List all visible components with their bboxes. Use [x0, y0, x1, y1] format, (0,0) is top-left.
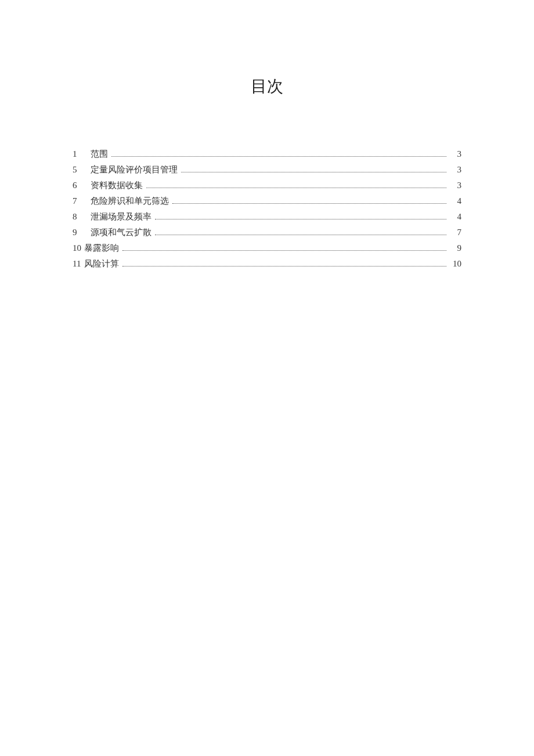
toc-leader-dots: [155, 234, 446, 235]
toc-entry: 8 泄漏场景及频率4: [73, 210, 461, 224]
toc-entry: 10 暴露影响9: [73, 241, 461, 255]
toc-entry-number: 6: [73, 178, 82, 192]
toc-entry-number: 1: [73, 147, 82, 161]
toc-entry-gap: [82, 194, 91, 208]
toc-leader-dots: [181, 171, 446, 172]
toc-entry: 1 范围3: [73, 147, 461, 161]
toc-entry-title: 泄漏场景及频率: [91, 210, 151, 224]
toc-entry-title: 定量风险评价项目管理: [91, 163, 178, 177]
toc-entry-number: 5: [73, 163, 82, 177]
toc-entry-page: 9: [450, 241, 461, 255]
toc-entry-gap: [82, 225, 91, 239]
toc-entry-page: 7: [450, 225, 461, 239]
toc-entry-gap: [82, 210, 91, 224]
toc-entry-title: 资料数据收集: [91, 178, 143, 192]
toc-entry-title: 源项和气云扩散: [91, 225, 151, 239]
toc-leader-dots: [146, 187, 446, 188]
toc-leader-dots: [111, 156, 446, 157]
toc-entry-number: 10: [73, 241, 82, 255]
toc-entry-title: 危险辨识和单元筛选: [91, 194, 169, 208]
toc-entry-title: 暴露影响: [84, 241, 119, 255]
toc-leader-dots: [122, 250, 446, 251]
toc-entry-gap: [82, 178, 91, 192]
toc-leader-dots: [122, 265, 446, 267]
toc-entry-number: 7: [73, 194, 82, 208]
toc-entry-page: 3: [450, 178, 461, 192]
table-of-contents: 1 范围35 定量风险评价项目管理36 资料数据收集37 危险辨识和单元筛选48…: [73, 147, 461, 271]
toc-entry-page: 4: [450, 194, 461, 208]
document-page: 目次 1 范围35 定量风险评价项目管理36 资料数据收集37 危险辨识和单元筛…: [0, 0, 534, 271]
toc-entry: 7 危险辨识和单元筛选4: [73, 194, 461, 208]
toc-entry-title: 风险计算: [84, 257, 119, 271]
toc-entry-number: 11: [73, 257, 82, 271]
toc-entry-number: 8: [73, 210, 82, 224]
toc-entry-gap: [82, 147, 91, 161]
toc-entry: 5 定量风险评价项目管理3: [73, 163, 461, 177]
toc-entry-page: 4: [450, 210, 461, 224]
toc-entry-page: 10: [450, 257, 461, 271]
toc-entry-title: 范围: [91, 147, 108, 161]
toc-leader-dots: [172, 203, 446, 204]
toc-entry-number: 9: [73, 225, 82, 239]
page-title: 目次: [73, 75, 461, 98]
toc-entry-page: 3: [450, 147, 461, 161]
toc-entry-page: 3: [450, 163, 461, 177]
toc-entry-gap: [82, 163, 91, 177]
toc-entry: 11 风险计算10: [73, 257, 461, 271]
toc-entry: 9 源项和气云扩散7: [73, 225, 461, 239]
toc-leader-dots: [155, 218, 446, 219]
toc-entry: 6 资料数据收集3: [73, 178, 461, 192]
